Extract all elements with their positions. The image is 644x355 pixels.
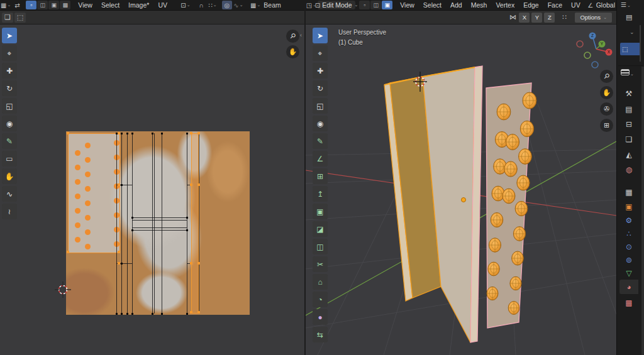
measure-tool[interactable]: ∠	[313, 151, 328, 167]
poly-build-tool[interactable]: ⌂	[313, 274, 328, 290]
tab-particles[interactable]: ∴	[619, 226, 638, 241]
rivet-bolt[interactable]	[520, 121, 533, 136]
rivet-bolt[interactable]	[502, 188, 515, 204]
rotate-tool[interactable]: ↻	[313, 80, 328, 96]
viewport-menu-edge[interactable]: Edge	[519, 1, 543, 9]
uv-vertex[interactable]	[152, 133, 153, 134]
uv-selected-vertex[interactable]	[118, 132, 120, 134]
rivet-bolt[interactable]	[523, 92, 536, 109]
cursor-tool[interactable]: ⌖	[313, 45, 328, 61]
image-browse-icon[interactable]: ▦⌄	[250, 1, 260, 9]
uv-select-mode-edge[interactable]: ◫	[37, 1, 48, 9]
uv-vertex[interactable]	[126, 133, 128, 134]
mode-dropdown[interactable]: ⊡ Edit Mode ⌄	[318, 1, 355, 9]
uv-vertex[interactable]	[131, 217, 133, 219]
relax-tool[interactable]: ∿	[2, 186, 17, 202]
rivet-bolt[interactable]	[517, 175, 530, 190]
edge-slide-tool[interactable]: ⇆	[313, 327, 328, 342]
uv-island-selected[interactable]	[68, 133, 120, 253]
tab-constraints[interactable]: ⊚	[619, 253, 638, 267]
uv-menu-uv[interactable]: UV	[153, 1, 172, 9]
uv-vertex[interactable]	[186, 133, 188, 134]
mirror-icon[interactable]: ⋈	[507, 13, 518, 23]
uv-vertex[interactable]	[152, 313, 153, 315]
rotate-tool[interactable]: ↻	[2, 80, 17, 96]
scale-tool[interactable]: ◱	[2, 98, 17, 114]
snap-with-icon[interactable]: ∷⌄	[208, 1, 218, 9]
tab-physics[interactable]: ⊙	[619, 239, 638, 254]
transform-orientation-dropdown[interactable]: ∠ Global	[585, 1, 616, 9]
uv-selected-vertex[interactable]	[197, 262, 200, 265]
rivet-bolt[interactable]	[519, 149, 532, 165]
outliner-item-cube[interactable]: ⬚	[620, 43, 641, 55]
pivot-point-icon[interactable]: ⊡⌄	[180, 1, 191, 9]
transform-tool[interactable]: ◉	[313, 116, 328, 131]
edge-select-mode[interactable]: ◫	[370, 1, 381, 9]
uv-select-mode-vertex[interactable]: ▫	[26, 1, 36, 9]
rivet-bolt[interactable]	[491, 212, 502, 227]
rivet-bolt[interactable]	[492, 186, 504, 201]
new-collection-icon[interactable]: ▤	[626, 13, 632, 21]
uv-selected-vertex[interactable]	[190, 311, 192, 314]
viewport-menu-view[interactable]: View	[396, 1, 419, 9]
uv-selected-vertex[interactable]	[190, 262, 192, 265]
rivet-bolt[interactable]	[487, 287, 498, 300]
grid-ortho-icon[interactable]: ⊞	[600, 119, 613, 132]
knife-tool[interactable]: ✂	[313, 256, 328, 272]
uv-vertex[interactable]	[121, 263, 123, 265]
rivet-bolt[interactable]	[513, 227, 525, 241]
vertex-select-mode[interactable]: ▫	[359, 1, 370, 9]
snap-magnet-icon[interactable]: ∩	[196, 1, 206, 9]
rivet-bolt[interactable]	[508, 302, 519, 315]
rivet-bolt[interactable]	[489, 238, 501, 252]
uv-select-mode-face[interactable]: ▣	[48, 1, 59, 9]
mirror-z-button[interactable]: Z	[544, 13, 555, 23]
uv-selected-vertex[interactable]	[118, 183, 120, 186]
tab-texture[interactable]: ▩	[619, 295, 638, 310]
rivet-bolt[interactable]	[497, 104, 511, 120]
tab-world[interactable]: ◍	[619, 162, 638, 177]
annotate-tool[interactable]: ✎	[2, 133, 17, 149]
uv-selected-vertex[interactable]	[197, 311, 200, 314]
uv-menu-select[interactable]: Select	[97, 1, 124, 9]
uv-selected-vertex[interactable]	[67, 251, 69, 253]
uv-vertex[interactable]	[121, 184, 123, 186]
move-tool[interactable]: ✚	[2, 63, 17, 79]
options-dropdown[interactable]: Options⌄	[575, 13, 612, 23]
tab-object-data[interactable]: ▽	[619, 266, 638, 280]
viewport-menu-face[interactable]: Face	[543, 1, 567, 9]
tab-scene[interactable]: ◭	[619, 147, 638, 161]
rivet-bolt[interactable]	[506, 134, 519, 150]
uv-selected-vertex[interactable]	[118, 251, 120, 253]
pinch-tool[interactable]: ≀	[2, 204, 17, 219]
uv-selected-vertex[interactable]	[190, 132, 192, 134]
proportional-falloff-icon[interactable]: ∿⌄	[233, 1, 243, 9]
uv-selected-vertex[interactable]	[197, 132, 200, 134]
loop-cut-tool[interactable]: ◫	[313, 239, 328, 254]
properties-editor-type-icon[interactable]: ⌄	[621, 69, 634, 77]
rivet-bolt[interactable]	[515, 201, 528, 216]
uv-vertex[interactable]	[121, 133, 123, 134]
uv-sync-select-icon[interactable]: ⇄	[12, 1, 22, 9]
uv-vertex[interactable]	[186, 229, 188, 231]
tab-tool[interactable]: ⚒	[619, 86, 638, 101]
cursor-tool[interactable]: ⌖	[2, 45, 17, 61]
uv-vertex[interactable]	[126, 313, 128, 315]
selection-mode-new-icon[interactable]: ❏	[2, 13, 13, 23]
rip-region-tool[interactable]: ▭	[2, 151, 17, 167]
mirror-y-button[interactable]: Y	[531, 13, 542, 23]
grab-tool[interactable]: ✋	[2, 168, 17, 184]
face-select-mode[interactable]: ▣	[382, 1, 392, 9]
zoom-icon[interactable]: ⚲	[284, 27, 303, 46]
tweak-select-tool[interactable]: ➤	[2, 28, 17, 43]
rivet-bolt[interactable]	[512, 251, 524, 265]
uv-selected-vertex[interactable]	[67, 132, 69, 134]
uv-island-strip-selected[interactable]	[191, 133, 199, 314]
uv-menu-image[interactable]: Image*	[124, 1, 153, 9]
outliner-editor-type-icon[interactable]: ☰⌄	[621, 1, 631, 8]
viewport-menu-vertex[interactable]: Vertex	[491, 1, 519, 9]
viewport-canvas[interactable]: User Perspective (1) Cube ➤⌖✚↻◱◉✎∠⊞↥▣◪◫✂…	[306, 25, 616, 355]
viewport-menu-select[interactable]: Select	[419, 1, 446, 9]
uv-vertex[interactable]	[186, 313, 188, 315]
pan-hand-icon[interactable]: ✋	[600, 86, 613, 99]
